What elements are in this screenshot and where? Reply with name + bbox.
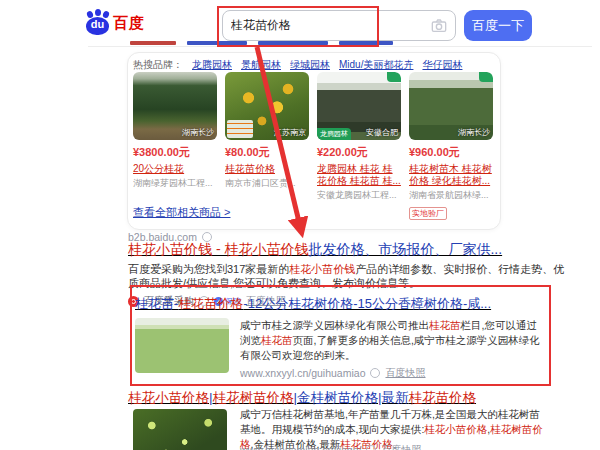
- product-card-row: 湖南长沙 ¥3800.00元 20公分桂花 湖南绿芽园林工程... 江苏南京 ¥…: [133, 72, 493, 220]
- search-input[interactable]: [223, 19, 431, 33]
- location-label: 湖南长沙: [458, 127, 490, 138]
- verified-factory-tag: 实地验厂: [409, 207, 447, 220]
- product-photo: 龙腾园林 安徽合肥: [317, 72, 401, 140]
- product-title-link[interactable]: 龙腾园林 桂花 桂花价格 桂花苗 桂...: [317, 163, 401, 187]
- hot-brands-label: 热搜品牌：: [133, 58, 183, 72]
- product-seller: 南京市浦口区贵...: [225, 177, 309, 190]
- product-price: ¥80.00元: [225, 145, 309, 160]
- camera-icon[interactable]: [431, 18, 447, 34]
- location-label: 湖南长沙: [182, 127, 214, 138]
- product-seller: 湖南绿芽园林工程...: [133, 177, 217, 190]
- result-title-link[interactable]: 桂花小苗价钱 - 桂花小苗价钱批发价格、市场报价、厂家供...: [128, 241, 502, 259]
- clipped-link-text: [339, 41, 393, 45]
- clipped-link-text: [187, 41, 247, 45]
- search-button[interactable]: 百度一下: [464, 10, 532, 41]
- product-seller: 湖南省景航园林绿...: [409, 189, 493, 202]
- product-photo: 江苏南京: [225, 72, 309, 140]
- baidu-serp-page: du 百度 百度一下 热搜品牌： 龙腾园林 景航园林 绿城园林 Midu/美丽都…: [0, 0, 600, 450]
- product-photo: 湖南长沙: [133, 72, 217, 140]
- product-seller: 安徽龙腾园林工程...: [317, 189, 401, 202]
- result-description: 咸宁市桂之源学义园林绿化有限公司推出桂花苗栏目,您可以通过浏览桂花苗页面,了解更…: [240, 318, 544, 363]
- feedback-circle-icon[interactable]: [366, 445, 376, 450]
- header-divider: [88, 46, 592, 47]
- brand-link[interactable]: 华仔园林: [422, 58, 462, 72]
- brand-link[interactable]: Midu/美丽都花卉: [339, 58, 413, 72]
- baidu-paw-icon: du: [85, 10, 111, 36]
- result-thumbnail[interactable]: [133, 409, 227, 450]
- result-thumbnail[interactable]: [135, 318, 229, 373]
- snapshot-link[interactable]: 百度快照: [381, 443, 421, 450]
- product-title-link[interactable]: 20公分桂花: [133, 163, 217, 175]
- product-title-link[interactable]: 桂花苗价格: [225, 163, 309, 175]
- baidu-logo-text: 百度: [113, 14, 145, 33]
- search-box[interactable]: [222, 10, 456, 41]
- snapshot-link[interactable]: 百度快照: [385, 366, 425, 380]
- view-all-products-link[interactable]: 查看全部相关商品 >: [133, 205, 230, 220]
- result-title-link[interactable]: 桂花苗-桂花苗价格-12公分桂花树价格-15公分香樟树价格-咸...: [135, 295, 491, 313]
- location-label: 安徽合肥: [366, 127, 398, 138]
- corner-badge: [387, 72, 401, 82]
- promo-sticker: [227, 120, 253, 138]
- clipped-link-text: [258, 41, 328, 45]
- result-description: 百度爱采购为您找到317家最新的桂花小苗价钱产品的详细参数、实时报价、行情走势、…: [128, 262, 570, 290]
- brand-link[interactable]: 景航园林: [241, 58, 281, 72]
- product-card[interactable]: 龙腾园林 安徽合肥 ¥220.00元 龙腾园林 桂花 桂花价格 桂花苗 桂...…: [317, 72, 401, 220]
- result-url-row: www.xnxyyl.cn/guihuamiao 百度快照: [240, 366, 425, 380]
- feedback-circle-icon[interactable]: [370, 368, 380, 378]
- brand-chip: 龙腾园林: [317, 128, 351, 140]
- result-url: www.xnxyyl.cn/guihuamiao: [240, 367, 365, 379]
- clipped-links-row: [130, 40, 393, 45]
- product-card[interactable]: 湖南长沙 ¥3800.00元 20公分桂花 湖南绿芽园林工程...: [133, 72, 217, 220]
- location-label: 江苏南京: [274, 127, 306, 138]
- brand-link[interactable]: 龙腾园林: [192, 58, 232, 72]
- product-photo: 湖南长沙: [409, 72, 493, 140]
- product-price: ¥220.00元: [317, 145, 401, 160]
- result-title-link[interactable]: 桂花小苗价格|桂花树苗价格|金桂树苗价格|最新桂花苗价格: [128, 389, 476, 407]
- hot-brands-row: 热搜品牌： 龙腾园林 景航园林 绿城园林 Midu/美丽都花卉 华仔园林: [133, 58, 462, 72]
- baidu-logo[interactable]: du 百度: [85, 10, 145, 36]
- product-title-link[interactable]: 桂花树苗木 桂花树价格 绿化桂花树...: [409, 163, 493, 187]
- product-price: ¥3800.00元: [133, 145, 217, 160]
- product-card[interactable]: 江苏南京 ¥80.00元 桂花苗价格 南京市浦口区贵...: [225, 72, 309, 220]
- brand-link[interactable]: 绿城园林: [290, 58, 330, 72]
- corner-badge: [479, 72, 493, 82]
- result-url-row: www.guihuamiao.cn/jiage/ 百度快照: [240, 443, 421, 450]
- product-price: ¥960.00元: [409, 145, 493, 160]
- product-card[interactable]: 湖南长沙 ¥960.00元 桂花树苗木 桂花树价格 绿化桂花树... 湖南省景航…: [409, 72, 493, 220]
- result-url: www.guihuamiao.cn/jiage/: [240, 444, 361, 450]
- clipped-link-text: [130, 41, 176, 45]
